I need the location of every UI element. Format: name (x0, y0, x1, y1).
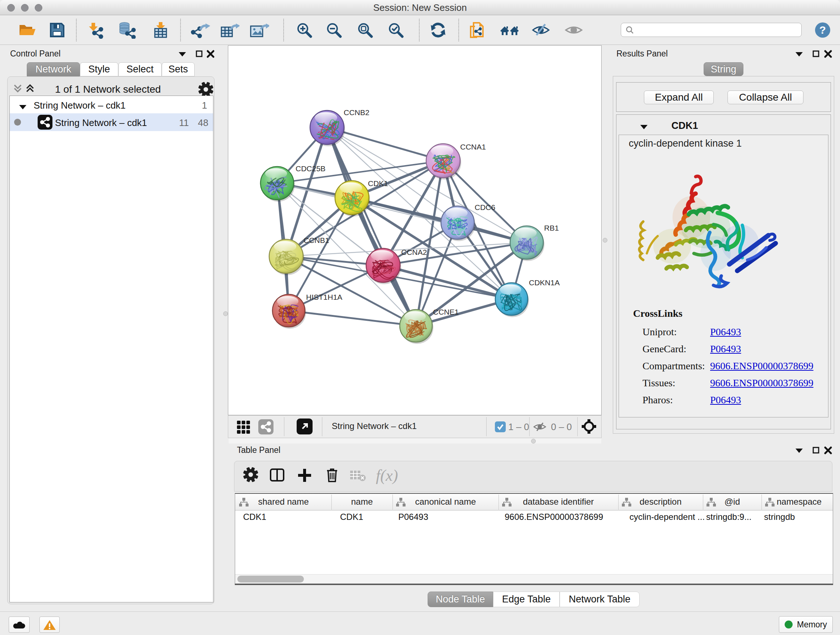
svg-text:CDC25B: CDC25B (295, 165, 325, 173)
svg-text:CDKN1A: CDKN1A (529, 279, 560, 287)
svg-text:CCNA2: CCNA2 (401, 248, 427, 256)
svg-text:CCNB1: CCNB1 (303, 236, 329, 244)
svg-text:CCNA1: CCNA1 (460, 143, 486, 151)
svg-text:HIST1H1A: HIST1H1A (306, 293, 342, 301)
svg-text:CCNE1: CCNE1 (433, 308, 459, 316)
svg-text:CCNB2: CCNB2 (344, 108, 369, 117)
svg-text:CDK1: CDK1 (368, 179, 388, 187)
svg-text:CDC6: CDC6 (475, 203, 495, 211)
svg-text:RB1: RB1 (544, 224, 559, 232)
